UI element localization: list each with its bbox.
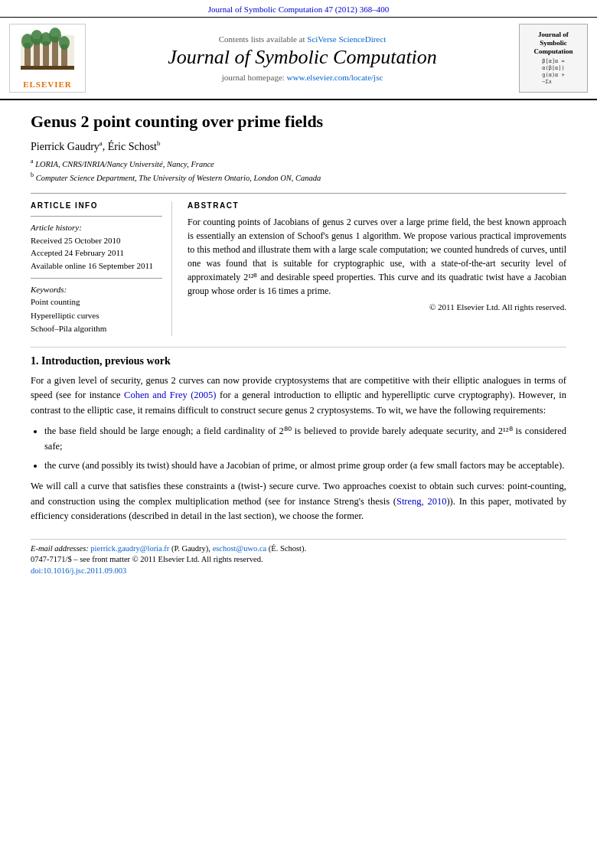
homepage-link[interactable]: www.elsevier.com/locate/jsc [287, 73, 383, 82]
info-divider [31, 216, 162, 217]
affiliations: a LORIA, CNRS/INRIA/Nancy Université, Na… [31, 157, 566, 184]
section-divider-1 [31, 347, 566, 348]
section-1-title: 1. Introduction, previous work [31, 355, 566, 367]
email-label: E-mail addresses: [31, 544, 89, 553]
email2-name: (É. Schost). [269, 544, 306, 553]
available-date: Available online 16 September 2011 [31, 259, 162, 272]
requirement-2: the curve (and possibly its twist) shoul… [44, 458, 566, 473]
right-logo-decoration: β[α]α = α(β[α]) g(α)α + −Σ∧ [542, 58, 565, 86]
abstract-col: ABSTRACT For counting points of Jacobian… [188, 201, 566, 336]
main-content: Genus 2 point counting over prime fields… [0, 100, 597, 590]
email2-link[interactable]: eschost@uwo.ca [213, 544, 267, 553]
keywords-divider [31, 278, 162, 279]
footnote-area: E-mail addresses: pierrick.gaudry@loria.… [31, 539, 566, 575]
journal-header-bar: Journal of Symbolic Computation 47 (2012… [0, 0, 597, 18]
keywords-list: Point counting Hyperelliptic curves Scho… [31, 295, 162, 336]
abstract-text: For counting points of Jacobians of genu… [188, 215, 566, 298]
authors: Pierrick Gaudrya, Éric Schostb [31, 139, 566, 153]
article-info: ARTICLE INFO Article history: Received 2… [31, 201, 172, 336]
abstract-title: ABSTRACT [188, 201, 566, 210]
received-date: Received 25 October 2010 [31, 234, 162, 247]
banner-homepage: journal homepage: www.elsevier.com/locat… [222, 73, 383, 82]
cohen-frey-link[interactable]: Cohen and Frey (2005) [124, 390, 216, 400]
section-1-para2: We will call a curve that satisfies thes… [31, 479, 566, 524]
doi-line: doi:10.1016/j.jsc.2011.09.003 [31, 566, 566, 575]
email-footnote: E-mail addresses: pierrick.gaudry@loria.… [31, 544, 566, 553]
banner-sciverse: Contents lists available at SciVerse Sci… [219, 34, 386, 44]
two-col-section: ARTICLE INFO Article history: Received 2… [31, 201, 566, 336]
banner-logo-right: Journal of Symbolic Computation β[α]α = … [519, 24, 588, 93]
doi-link[interactable]: doi:10.1016/j.jsc.2011.09.003 [31, 566, 126, 575]
banner-center: Contents lists available at SciVerse Sci… [93, 24, 511, 93]
issn-line: 0747-7171/$ – see front matter © 2011 El… [31, 555, 566, 563]
header-divider [31, 193, 566, 194]
journal-banner: ELSEVIER Contents lists available at Sci… [0, 18, 597, 100]
section-1-para1: For a given level of security, genus 2 c… [31, 374, 566, 418]
email1-link[interactable]: pierrick.gaudry@loria.fr [90, 544, 169, 553]
elsevier-logo-left: ELSEVIER [9, 24, 86, 93]
article-title: Genus 2 point counting over prime fields [31, 111, 566, 133]
banner-journal-title: Journal of Symbolic Computation [168, 45, 437, 69]
journal-citation: Journal of Symbolic Computation 47 (2012… [208, 5, 389, 14]
accepted-date: Accepted 24 February 2011 [31, 246, 162, 259]
svg-rect-11 [21, 66, 74, 70]
copyright-line: © 2011 Elsevier Ltd. All rights reserved… [188, 302, 566, 312]
svg-point-10 [59, 36, 70, 50]
keyword-2: Hyperelliptic curves [31, 309, 162, 323]
requirement-1: the base field should be large enough; a… [44, 424, 566, 454]
streng-link[interactable]: Streng, 2010 [396, 496, 447, 507]
article-info-title: ARTICLE INFO [31, 201, 162, 210]
requirements-list: the base field should be large enough; a… [44, 424, 566, 473]
sciverse-link[interactable]: SciVerse ScienceDirect [307, 34, 386, 44]
keyword-1: Point counting [31, 295, 162, 309]
history-label: Article history: [31, 223, 162, 232]
elsevier-label: ELSEVIER [23, 80, 72, 89]
keywords-label: Keywords: [31, 285, 162, 294]
elsevier-tree-svg [17, 28, 78, 77]
keyword-3: Schoof–Pila algorithm [31, 322, 162, 336]
email1-name: (P. Gaudry), [171, 544, 210, 553]
